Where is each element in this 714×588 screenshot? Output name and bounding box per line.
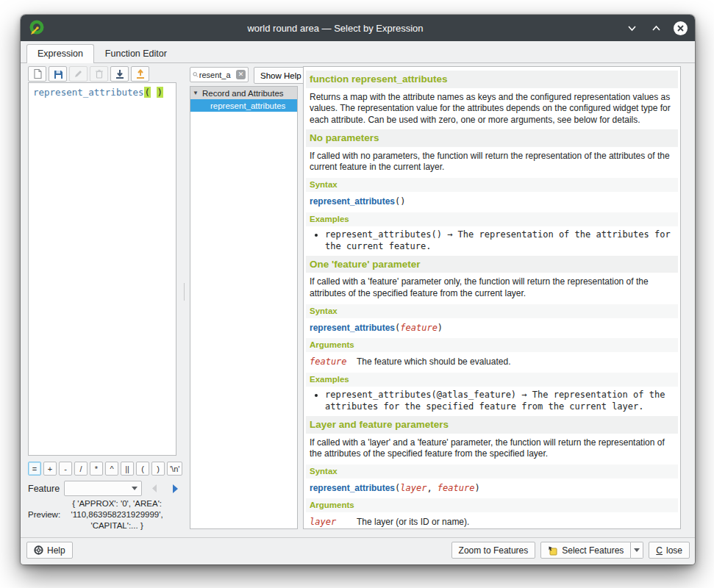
window-maximize-icon[interactable]	[649, 21, 663, 35]
operator-button[interactable]: -	[59, 462, 72, 476]
arguments-label: Arguments	[306, 498, 678, 512]
argument-description: The layer (or its ID or name).	[357, 517, 469, 528]
operator-button[interactable]: /	[74, 462, 88, 476]
tab-bar: Expression Function Editor	[21, 41, 695, 63]
syntax-line: represent_attributes(layer, feature)	[306, 481, 678, 497]
window-shade-icon[interactable]	[625, 21, 638, 35]
window-title: world round area — Select by Expression	[46, 23, 625, 34]
select-features-label: Select Features	[562, 545, 624, 556]
window-close-button[interactable]	[674, 21, 688, 35]
feature-label: Feature	[28, 484, 60, 494]
arguments-table: featureThe feature which should be evalu…	[306, 354, 678, 370]
operator-button[interactable]: =	[28, 462, 41, 476]
function-name: represent_attributes	[310, 483, 395, 493]
zoom-to-features-button[interactable]: Zoom to Features	[451, 542, 536, 559]
expression-text: represent_attributes	[33, 87, 144, 98]
operator-button[interactable]: )	[151, 462, 165, 476]
export-expressions-button[interactable]	[131, 66, 149, 82]
operator-button[interactable]: *	[90, 462, 103, 476]
syntax-argument: feature	[400, 323, 438, 333]
tab-expression[interactable]: Expression	[26, 44, 94, 63]
search-box[interactable]: ✕	[190, 67, 249, 82]
select-features-icon	[548, 545, 558, 556]
operator-button-row: =+-/*^||()'\n'	[28, 462, 182, 476]
footer-separator	[21, 537, 695, 538]
argument-description: The feature which should be evaluated.	[357, 356, 510, 368]
search-row: ✕ Show Help	[190, 67, 308, 84]
preview-label: Preview:	[28, 509, 60, 520]
pencil-icon	[74, 69, 83, 79]
syntax-label: Syntax	[306, 304, 678, 318]
operator-button[interactable]: ||	[121, 462, 134, 476]
function-name: represent_attributes	[310, 323, 395, 333]
import-expressions-button[interactable]	[110, 66, 129, 82]
new-file-icon	[32, 68, 43, 79]
syntax-label: Syntax	[306, 465, 678, 478]
expression-editor[interactable]: represent_attributes( )	[28, 82, 176, 456]
syntax-label: Syntax	[306, 178, 678, 192]
examples-list: represent_attributes(@atlas_feature) → T…	[325, 389, 678, 412]
help-button[interactable]: Help	[26, 542, 73, 559]
trash-icon	[95, 69, 104, 79]
examples-label: Examples	[306, 373, 678, 387]
tree-group-label: Record and Attributes	[202, 89, 284, 98]
example-item: represent_attributes(@atlas_feature) → T…	[325, 389, 678, 412]
feature-combobox[interactable]	[64, 481, 142, 496]
qgis-logo-icon	[28, 19, 46, 37]
chevron-down-icon	[634, 548, 640, 552]
argument-row: layerThe layer (or its ID or name).	[310, 517, 674, 528]
examples-list: represent_attributes() → The representat…	[325, 229, 678, 252]
tab-function-editor[interactable]: Function Editor	[94, 44, 178, 63]
operator-button[interactable]: ^	[105, 462, 118, 476]
titlebar[interactable]: world round area — Select by Expression	[21, 15, 695, 41]
syntax-line: represent_attributes(feature)	[306, 320, 678, 337]
tree-expand-icon[interactable]: ▼	[192, 90, 199, 96]
select-features-dropdown-button[interactable]	[631, 542, 643, 559]
export-icon	[135, 69, 146, 79]
help-function-title: function represent_attributes	[306, 71, 678, 88]
tree-group-record-and-attributes[interactable]: ▼Record and Attributes	[190, 87, 297, 99]
preview-row: Preview: { 'APPROX': '0', 'AREA': '110,8…	[28, 498, 185, 531]
argument-row: featureThe feature which should be evalu…	[310, 356, 674, 368]
new-expression-button[interactable]	[28, 66, 46, 82]
help-section-heading: No parameters	[306, 129, 678, 147]
save-expression-button[interactable]	[49, 66, 67, 82]
import-icon	[115, 69, 125, 79]
edit-expression-button	[69, 66, 88, 82]
help-section-heading: Layer and feature parameters	[306, 416, 678, 434]
help-button-label: Help	[47, 545, 65, 556]
save-icon	[53, 69, 63, 79]
help-intro: Returns a map with the attribute names a…	[306, 90, 678, 129]
open-paren-highlight: (	[144, 87, 151, 98]
dialog-content: represent_attributes( ) =+-/*^||()'\n' F…	[21, 63, 695, 564]
show-help-button[interactable]: Show Help	[254, 67, 308, 84]
panel-splitter[interactable]	[182, 66, 187, 529]
feature-row: Feature	[28, 481, 183, 496]
syntax-line: represent_attributes()	[306, 194, 678, 210]
tree-item-represent_attributes[interactable]: represent_attributes	[190, 99, 297, 112]
examples-label: Examples	[306, 212, 678, 226]
function-tree: ▼Record and Attributesrepresent_attribut…	[190, 86, 298, 529]
chevron-down-icon	[132, 487, 138, 490]
close-paren-highlight: )	[157, 87, 164, 98]
help-section-description: If called with no parameters, the functi…	[306, 148, 678, 176]
argument-name: feature	[310, 356, 348, 368]
function-name: represent_attributes	[310, 196, 395, 207]
select-features-button[interactable]: Select Features	[540, 542, 631, 559]
help-section-heading: One 'feature' parameter	[306, 256, 678, 273]
operator-button[interactable]: +	[43, 462, 57, 476]
search-icon	[193, 71, 199, 79]
preview-value: { 'APPROX': '0', 'AREA': '110,8639582319…	[63, 498, 171, 531]
dialog-window: world round area — Select by Expression …	[21, 15, 695, 564]
previous-feature-button[interactable]	[146, 481, 163, 496]
operator-button[interactable]: (	[136, 462, 149, 476]
editor-toolbar	[28, 66, 149, 82]
help-section-description: If called with a 'layer' and a 'feature'…	[306, 435, 678, 462]
operator-button[interactable]: '\n'	[167, 462, 182, 476]
help-panel: function represent_attributesReturns a m…	[303, 66, 681, 529]
argument-name: layer	[310, 517, 348, 528]
search-input[interactable]	[199, 71, 236, 79]
next-feature-button[interactable]	[167, 481, 183, 496]
clear-search-icon[interactable]: ✕	[236, 70, 246, 79]
close-button[interactable]: Close	[649, 542, 690, 559]
